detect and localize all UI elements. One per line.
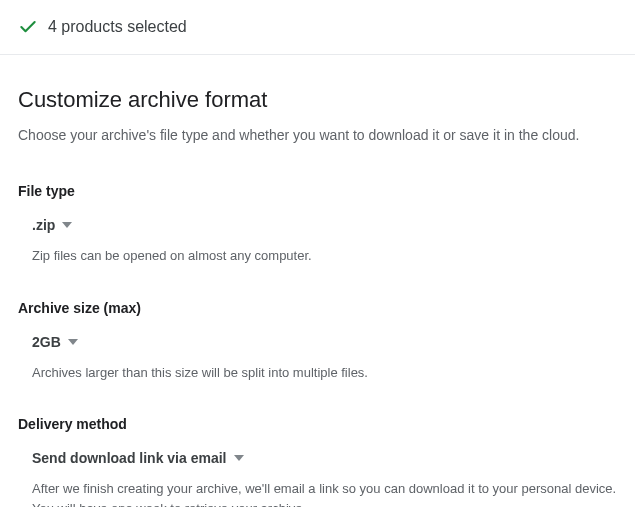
page-title: Customize archive format (18, 87, 617, 113)
archive-size-group: Archive size (max) 2GB Archives larger t… (18, 300, 617, 383)
file-type-group: File type .zip Zip files can be opened o… (18, 183, 617, 266)
delivery-method-group: Delivery method Send download link via e… (18, 416, 617, 507)
file-type-value: .zip (32, 217, 55, 233)
chevron-down-icon (68, 339, 78, 345)
file-type-label: File type (18, 183, 617, 199)
chevron-down-icon (62, 222, 72, 228)
archive-size-hint: Archives larger than this size will be s… (32, 363, 617, 383)
delivery-method-label: Delivery method (18, 416, 617, 432)
archive-size-label: Archive size (max) (18, 300, 617, 316)
delivery-method-dropdown[interactable]: Send download link via email (32, 450, 617, 466)
delivery-method-hint: After we finish creating your archive, w… (32, 479, 617, 507)
archive-size-dropdown[interactable]: 2GB (32, 334, 617, 350)
delivery-method-value: Send download link via email (32, 450, 227, 466)
svg-marker-1 (68, 339, 78, 345)
content-area: Customize archive format Choose your arc… (0, 55, 635, 507)
archive-size-value: 2GB (32, 334, 61, 350)
svg-marker-0 (62, 222, 72, 228)
file-type-hint: Zip files can be opened on almost any co… (32, 246, 617, 266)
selection-header: 4 products selected (0, 0, 635, 54)
chevron-down-icon (234, 455, 244, 461)
svg-marker-2 (234, 455, 244, 461)
checkmark-icon (18, 17, 38, 37)
file-type-dropdown[interactable]: .zip (32, 217, 617, 233)
selection-status-text: 4 products selected (48, 18, 187, 36)
page-subtitle: Choose your archive's file type and whet… (18, 127, 617, 143)
